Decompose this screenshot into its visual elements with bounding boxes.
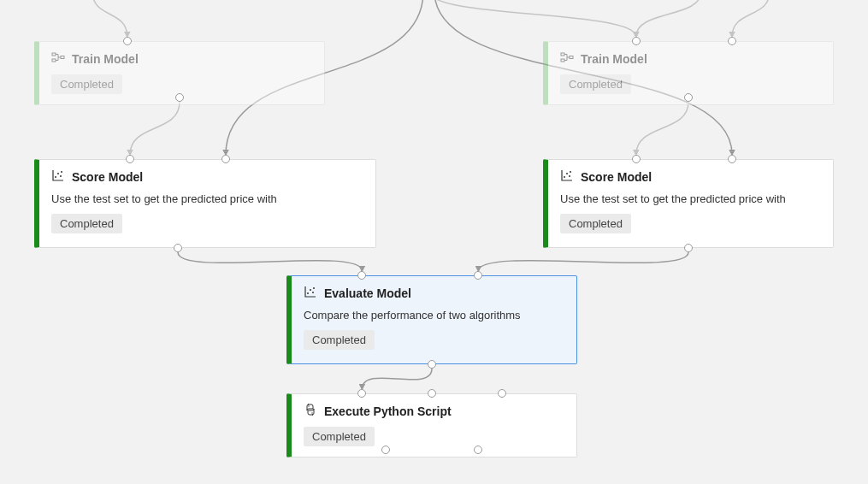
svg-rect-1 <box>52 59 56 62</box>
status-badge: Completed <box>51 74 122 94</box>
svg-rect-3 <box>561 53 564 56</box>
edge <box>478 252 688 271</box>
svg-point-10 <box>564 176 565 178</box>
status-badge: Completed <box>304 427 375 446</box>
svg-rect-0 <box>52 53 56 56</box>
output-port[interactable] <box>428 360 436 369</box>
flow-icon <box>51 50 65 68</box>
node-description: Compare the performance of two algorithm… <box>304 309 564 322</box>
svg-point-13 <box>570 171 571 173</box>
node-title: Score Model <box>581 170 652 184</box>
input-port[interactable] <box>498 389 506 398</box>
edge <box>130 102 180 155</box>
status-badge: Completed <box>304 330 375 350</box>
input-port[interactable] <box>126 155 134 163</box>
svg-rect-5 <box>570 56 573 59</box>
flow-icon <box>560 50 574 68</box>
edge <box>636 0 701 37</box>
node-exec[interactable]: Execute Python ScriptCompleted <box>286 393 577 457</box>
node-description: Use the test set to get the predicted pr… <box>51 192 363 205</box>
svg-point-17 <box>313 287 315 289</box>
edge <box>178 252 362 271</box>
node-eval[interactable]: Evaluate ModelCompare the performance of… <box>286 275 577 364</box>
svg-point-16 <box>312 292 314 293</box>
svg-point-19 <box>311 412 312 413</box>
svg-point-6 <box>55 176 56 178</box>
scatter-icon <box>51 168 65 186</box>
svg-point-7 <box>57 173 59 174</box>
edge <box>636 102 688 155</box>
node-title: Score Model <box>72 170 143 184</box>
svg-rect-2 <box>61 56 64 59</box>
output-port[interactable] <box>684 244 693 252</box>
output-port[interactable] <box>175 93 184 102</box>
input-port[interactable] <box>221 155 230 163</box>
edge <box>429 0 636 37</box>
output-port[interactable] <box>174 244 182 252</box>
svg-point-8 <box>60 175 62 177</box>
input-port[interactable] <box>632 155 641 163</box>
node-description: Use the test set to get the predicted pr… <box>560 192 821 205</box>
edge <box>732 0 770 37</box>
node-title: Execute Python Script <box>324 404 452 418</box>
node-title: Train Model <box>581 52 647 66</box>
pipeline-canvas[interactable]: Train ModelCompletedTrain ModelCompleted… <box>0 0 868 484</box>
python-icon <box>304 403 317 420</box>
scatter-icon <box>560 168 574 186</box>
status-badge: Completed <box>51 214 122 233</box>
svg-point-12 <box>569 175 570 177</box>
status-badge: Completed <box>560 214 631 233</box>
node-score1[interactable]: Score ModelUse the test set to get the p… <box>34 159 376 248</box>
scatter-icon <box>304 285 317 302</box>
status-badge: Completed <box>560 74 631 94</box>
svg-point-14 <box>307 292 309 294</box>
svg-point-11 <box>566 173 568 174</box>
edge <box>92 0 127 37</box>
svg-rect-4 <box>561 59 564 62</box>
edge <box>362 369 432 389</box>
input-port[interactable] <box>632 37 641 45</box>
input-port[interactable] <box>728 155 736 163</box>
svg-point-9 <box>61 171 62 173</box>
svg-point-18 <box>308 405 309 406</box>
output-port[interactable] <box>684 93 693 102</box>
input-port[interactable] <box>123 37 132 45</box>
input-port[interactable] <box>728 37 736 45</box>
node-title: Evaluate Model <box>324 286 411 300</box>
input-port[interactable] <box>428 389 436 398</box>
svg-point-15 <box>310 289 311 291</box>
node-score2[interactable]: Score ModelUse the test set to get the p… <box>543 159 834 248</box>
node-title: Train Model <box>72 52 139 66</box>
output-port[interactable] <box>381 446 390 454</box>
